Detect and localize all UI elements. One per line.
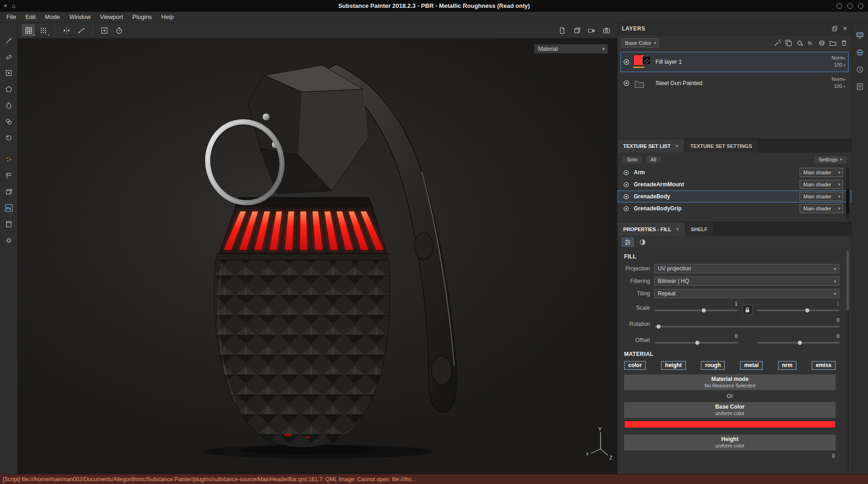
close-panel-icon[interactable]: ×	[843, 25, 847, 33]
texture-set-row-grenadebody[interactable]: GrenadeBody Main shader▾	[618, 190, 851, 202]
offset-slider-u[interactable]: 0	[654, 333, 739, 347]
main-shader-button[interactable]: Main shader▾	[800, 204, 843, 213]
layer-visibility-icon[interactable]	[620, 80, 632, 86]
texture-set-scrollbar[interactable]	[846, 167, 850, 221]
home-icon[interactable]: ⌂	[12, 2, 16, 9]
properties-view-icon[interactable]	[622, 238, 634, 247]
tiling-dropdown[interactable]: Repeat ▾	[654, 289, 839, 298]
shading-mode-dropdown[interactable]: Material ▾	[534, 44, 608, 54]
material-picker-tool-icon[interactable]	[3, 132, 15, 144]
display-settings-icon[interactable]	[854, 29, 866, 41]
layer-opacity-dropdown[interactable]: 100 ▾	[822, 62, 845, 67]
menu-window[interactable]: Window	[65, 12, 95, 23]
slider-track[interactable]	[655, 310, 738, 311]
uv-mode-button[interactable]: ▾	[37, 25, 49, 36]
scale-lock-button[interactable]	[742, 305, 753, 315]
clone-tool-icon[interactable]	[3, 116, 15, 128]
viewport-canvas[interactable]: Material ▾ Y x Z	[18, 38, 617, 474]
plugins-gear-icon[interactable]	[3, 234, 15, 246]
add-fill-layer-icon[interactable]	[796, 39, 803, 47]
tab-texture-set-settings[interactable]: TEXTURE SET SETTINGS	[685, 139, 758, 153]
slider-knob[interactable]	[656, 324, 661, 329]
add-effect-icon[interactable]: fx	[807, 39, 814, 47]
close-tab-icon[interactable]: ×	[676, 226, 680, 233]
channel-color-button[interactable]: color	[624, 361, 646, 370]
main-shader-button[interactable]: Main shader▾	[800, 168, 843, 177]
polygon-fill-tool-icon[interactable]	[3, 83, 15, 95]
offset-slider-v[interactable]: 0	[756, 333, 841, 347]
menu-mode[interactable]: Mode	[40, 12, 65, 23]
slider-knob[interactable]	[701, 308, 706, 313]
axis-gizmo[interactable]: Y x Z	[583, 427, 613, 460]
camera-rotate-icon[interactable]	[585, 25, 598, 36]
mask-thumbnail[interactable]	[643, 56, 650, 64]
layer-row-fill-layer-1[interactable]: Fill layer 1 Norm▾ 100 ▾	[620, 52, 849, 72]
set-visibility-icon[interactable]	[623, 206, 629, 212]
menu-help[interactable]: Help	[157, 12, 178, 23]
channel-emiss-button[interactable]: emiss	[812, 361, 836, 370]
all-button[interactable]: All	[645, 155, 662, 164]
resources-icon[interactable]	[3, 218, 15, 230]
set-visibility-icon[interactable]	[623, 170, 629, 176]
close-tab-icon[interactable]: ×	[675, 142, 679, 149]
close-button[interactable]	[858, 3, 863, 9]
channel-metal-button[interactable]: metal	[740, 361, 763, 370]
paint-mode-button[interactable]: ▾	[22, 25, 35, 36]
texture-set-row-arm[interactable]: Arm Main shader▾	[618, 166, 851, 178]
tab-shelf[interactable]: SHELF	[686, 222, 714, 236]
channel-rough-button[interactable]: rough	[701, 361, 725, 370]
base-color-box[interactable]: Base Color uniform color	[624, 402, 836, 418]
tab-properties-fill[interactable]: PROPERTIES - FILL ×	[618, 222, 686, 236]
projection-dropdown[interactable]: UV projection ▾	[654, 264, 839, 273]
scale-slider-v[interactable]: 1	[756, 301, 841, 315]
app-icon[interactable]: ×	[4, 2, 7, 9]
solo-button[interactable]: Solo	[622, 155, 643, 164]
display-mode-icon[interactable]	[571, 25, 583, 36]
photoshop-plugin-icon[interactable]: Ps	[3, 202, 15, 214]
slider-knob[interactable]	[805, 308, 810, 313]
menu-viewport[interactable]: Viewport	[95, 12, 127, 23]
scale-slider-u[interactable]: 1	[654, 301, 739, 315]
history-icon[interactable]	[854, 63, 866, 75]
slider-track[interactable]	[655, 326, 839, 327]
settings-button[interactable]: Settings▾	[813, 155, 847, 164]
group-folder-thumbnail[interactable]	[632, 76, 654, 90]
layer-blend-dropdown[interactable]: Norm▾	[822, 55, 845, 61]
slider-knob[interactable]	[695, 340, 700, 345]
layer-visibility-icon[interactable]	[620, 59, 632, 65]
tab-texture-set-list[interactable]: TEXTURE SET LIST ×	[618, 139, 685, 153]
add-smart-material-icon[interactable]	[818, 39, 826, 47]
effects-tool-icon[interactable]	[3, 170, 15, 182]
layer-blend-dropdown[interactable]: Norm▾	[822, 76, 845, 82]
screenshot-camera-icon[interactable]	[600, 25, 613, 36]
eraser-tool-icon[interactable]	[3, 51, 15, 63]
slider-track[interactable]	[757, 310, 840, 311]
material-mode-box[interactable]: Material mode No Resource Selected	[624, 374, 836, 390]
layer-channel-dropdown[interactable]: Base Color ▾	[621, 38, 659, 48]
layer-thumbnail[interactable]	[632, 53, 654, 71]
channel-nrm-button[interactable]: nrm	[778, 361, 797, 370]
minimize-button[interactable]	[837, 3, 842, 9]
material-view-icon[interactable]	[637, 238, 649, 247]
bake-tool-icon[interactable]	[3, 186, 15, 198]
scrollbar-thumb[interactable]	[846, 189, 849, 214]
lazy-mouse-button[interactable]	[75, 25, 87, 36]
particles-tool-icon[interactable]	[3, 153, 15, 165]
properties-scrollbar[interactable]	[846, 250, 850, 472]
filtering-dropdown[interactable]: Bilinear | HQ ▾	[654, 276, 839, 286]
scrollbar-thumb[interactable]	[846, 251, 849, 311]
smudge-tool-icon[interactable]	[3, 99, 15, 111]
set-visibility-icon[interactable]	[623, 182, 629, 188]
symmetry-toggle-button[interactable]	[60, 25, 73, 36]
menu-edit[interactable]: Edit	[21, 12, 40, 23]
undock-panel-icon[interactable]	[832, 26, 838, 31]
menu-file[interactable]: File	[2, 12, 21, 23]
menu-plugins[interactable]: Plugins	[127, 12, 157, 23]
viewport-layout-icon[interactable]	[556, 25, 568, 36]
log-icon[interactable]	[854, 80, 866, 92]
channel-height-button[interactable]: height	[661, 361, 686, 370]
add-layer-icon[interactable]	[785, 39, 792, 47]
iray-globe-icon[interactable]	[854, 46, 866, 58]
add-folder-icon[interactable]	[829, 39, 837, 47]
add-resource-button[interactable]	[98, 25, 110, 36]
